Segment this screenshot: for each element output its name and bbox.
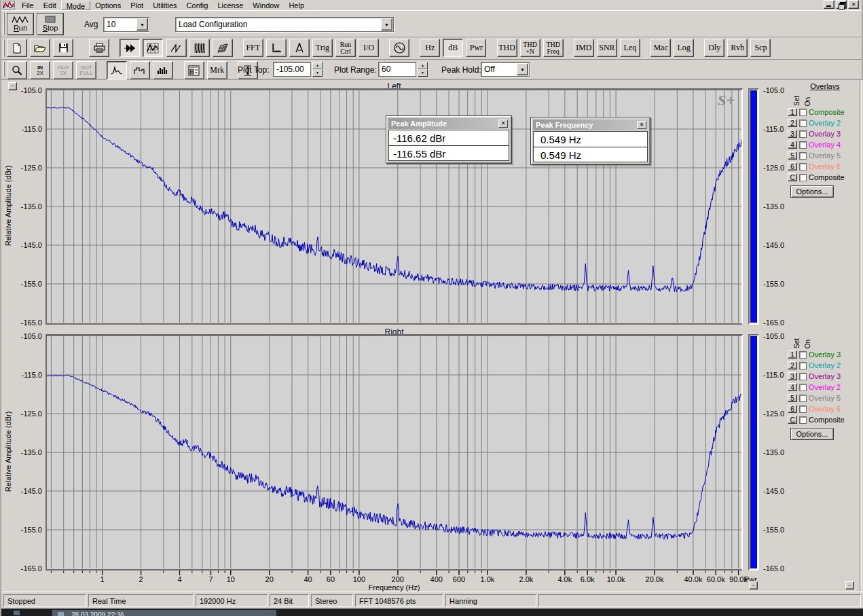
overlay-on-checkbox-1[interactable] xyxy=(799,109,807,116)
units-hz-button[interactable]: Hz xyxy=(420,39,440,57)
menu-utilities[interactable]: Utilities xyxy=(148,1,181,10)
overlay-on-checkbox-C[interactable] xyxy=(799,416,807,424)
overlay-on-checkbox-6[interactable] xyxy=(799,163,807,170)
overlay-on-checkbox-6[interactable] xyxy=(799,405,807,413)
calibration-button[interactable] xyxy=(289,39,310,57)
peak-amplitude-titlebar[interactable]: Peak Amplitude ✕ xyxy=(388,118,509,129)
scaling-button[interactable] xyxy=(266,39,287,57)
snr-button[interactable]: SNR xyxy=(597,39,617,57)
delay-button[interactable]: Dly xyxy=(704,39,724,57)
step-plot-style-button[interactable] xyxy=(130,61,150,79)
bar-plot-style-button[interactable] xyxy=(153,61,173,79)
overlay-set-button-C[interactable]: C xyxy=(788,416,797,424)
spin-up-icon[interactable]: ▲ xyxy=(418,62,428,69)
menu-config[interactable]: Config xyxy=(182,1,213,10)
scope-button[interactable]: Scp xyxy=(750,39,771,57)
spectrogram-mode-button[interactable] xyxy=(189,39,210,57)
load-configuration-select[interactable]: Load Configuration ▼ xyxy=(175,17,394,32)
reverb-button[interactable]: Rvb xyxy=(727,39,748,57)
surface-mode-button[interactable] xyxy=(213,39,233,57)
open-file-button[interactable] xyxy=(30,39,50,57)
phase-mode-button[interactable] xyxy=(166,39,187,57)
zoom-in-2x-button[interactable]: IN2X xyxy=(30,61,50,79)
plot-range-input[interactable]: 60 xyxy=(378,62,416,77)
trigger-button[interactable]: Trig xyxy=(312,39,333,57)
overlay-on-checkbox-2[interactable] xyxy=(799,120,807,127)
spin-down-icon[interactable]: ▼ xyxy=(312,69,323,77)
overlay-set-button-3[interactable]: 3 xyxy=(788,372,797,380)
overlay-set-button-4[interactable]: 4 xyxy=(788,141,797,149)
units-db-button[interactable]: dB xyxy=(443,39,463,57)
chevron-down-icon[interactable]: ▼ xyxy=(381,18,392,31)
toolbar-grip[interactable] xyxy=(3,13,5,35)
close-icon[interactable]: ✕ xyxy=(498,120,508,128)
marker-button[interactable]: Mrk xyxy=(207,61,227,79)
overlay-set-button-2[interactable]: 2 xyxy=(788,361,797,369)
overlay-on-checkbox-5[interactable] xyxy=(799,395,807,402)
minimize-icon[interactable] xyxy=(824,0,834,9)
line-plot-style-button[interactable] xyxy=(107,61,127,79)
overlay-set-button-2[interactable]: 2 xyxy=(788,119,797,127)
close-icon[interactable]: ✕ xyxy=(637,121,646,129)
peak-amplitude-window[interactable]: Peak Amplitude ✕ -116.62 dBr -116.55 dBr xyxy=(386,115,512,164)
plot-options-button[interactable] xyxy=(184,61,204,79)
overlay-set-button-C[interactable]: C xyxy=(788,173,797,181)
collapse-overlays-icon[interactable]: − xyxy=(845,581,854,590)
overlay-set-button-1[interactable]: 1 xyxy=(788,350,797,359)
logging-button[interactable]: Log xyxy=(674,39,694,57)
toolbar-grip[interactable] xyxy=(3,62,5,77)
plot-top-spinner[interactable]: ▲▼ xyxy=(312,62,323,77)
restore-icon[interactable] xyxy=(836,0,847,9)
zoom-out-2x-button[interactable]: OUT2X xyxy=(53,61,73,79)
menu-help[interactable]: Help xyxy=(284,1,309,10)
overlay-on-checkbox-1[interactable] xyxy=(799,351,807,359)
avg-select[interactable]: 10 ▼ xyxy=(103,17,149,32)
right-plot[interactable] xyxy=(45,334,743,570)
zoom-out-full-button[interactable]: OUTFULL xyxy=(76,61,96,79)
chevron-down-icon[interactable]: ▼ xyxy=(517,63,528,75)
save-button[interactable] xyxy=(53,39,73,57)
fft-settings-button[interactable]: FFT xyxy=(243,39,263,57)
spin-up-icon[interactable]: ▲ xyxy=(312,62,323,69)
zoom-button[interactable] xyxy=(7,61,27,79)
thd-button[interactable]: THD xyxy=(497,39,517,57)
peak-frequency-window[interactable]: Peak Frequency ✕ 0.549 Hz 0.549 Hz xyxy=(530,117,650,165)
peak-hold-select[interactable]: Off ▼ xyxy=(481,62,530,77)
units-pwr-button[interactable]: Pwr xyxy=(466,39,486,57)
time-series-mode-button[interactable] xyxy=(120,39,140,57)
spectrum-mode-button[interactable] xyxy=(143,39,163,57)
overlay-options-button[interactable]: Options... xyxy=(790,428,834,440)
overlay-set-button-1[interactable]: 1 xyxy=(788,108,797,116)
overlay-on-checkbox-5[interactable] xyxy=(799,152,807,160)
io-device-button[interactable]: I/O xyxy=(359,39,379,57)
menu-options[interactable]: Options xyxy=(90,1,126,10)
menu-window[interactable]: Window xyxy=(248,1,284,10)
menu-mode[interactable]: Mode xyxy=(61,1,91,10)
run-control-button[interactable]: RunCtrl xyxy=(335,39,356,57)
print-button[interactable] xyxy=(89,39,109,57)
overlay-set-button-6[interactable]: 6 xyxy=(788,405,797,413)
toolbar-grip[interactable] xyxy=(3,39,5,57)
overlay-options-button[interactable]: Options... xyxy=(790,185,834,198)
menu-plot[interactable]: Plot xyxy=(126,1,148,10)
spin-down-icon[interactable]: ▼ xyxy=(418,69,428,77)
close-icon[interactable]: ✕ xyxy=(848,0,859,9)
leq-button[interactable]: Leq xyxy=(620,39,640,57)
overlay-on-checkbox-2[interactable] xyxy=(799,362,807,369)
overlay-set-button-4[interactable]: 4 xyxy=(788,383,797,391)
overlay-set-button-6[interactable]: 6 xyxy=(788,162,797,170)
overlay-on-checkbox-4[interactable] xyxy=(799,384,807,391)
overlay-on-checkbox-3[interactable] xyxy=(799,373,807,380)
thd-n-button[interactable]: THD+N xyxy=(520,39,540,57)
signal-generator-button[interactable] xyxy=(389,39,409,57)
menu-license[interactable]: License xyxy=(213,1,248,10)
imd-button[interactable]: IMD xyxy=(574,39,594,57)
chevron-down-icon[interactable]: ▼ xyxy=(136,18,148,31)
plot-top-input[interactable]: -105.00 xyxy=(273,62,311,77)
overlay-on-checkbox-C[interactable] xyxy=(799,174,807,181)
overlay-set-button-3[interactable]: 3 xyxy=(788,130,797,138)
overlay-set-button-5[interactable]: 5 xyxy=(788,151,797,160)
overlay-on-checkbox-4[interactable] xyxy=(799,141,807,149)
overlay-set-button-5[interactable]: 5 xyxy=(788,394,797,402)
thd-freq-button[interactable]: THDFreq xyxy=(543,39,564,57)
